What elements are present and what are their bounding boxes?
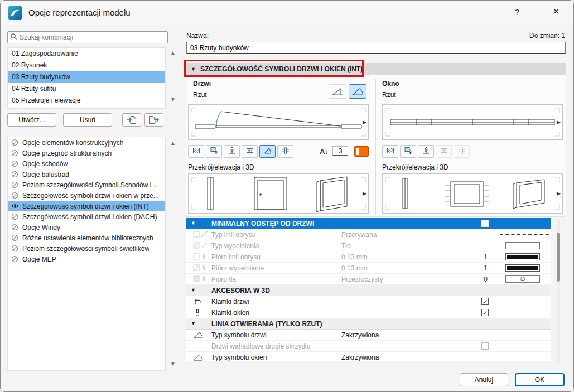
- search-box: [7, 31, 168, 43]
- help-button[interactable]: ?: [511, 7, 523, 20]
- pen-line-icon: [193, 253, 209, 262]
- create-button[interactable]: Utwórz...: [7, 113, 56, 127]
- door-symbol-straight-toggle[interactable]: [329, 84, 346, 99]
- collapse-caret-icon[interactable]: ▼: [191, 287, 196, 293]
- settings-table: ▼MINIMALNY ODSTĘP OD DRZWITyp linii obry…: [186, 218, 551, 361]
- options-item-label: Opcje Windy: [22, 224, 60, 231]
- options-item-label: Opcje balustrad: [22, 171, 69, 178]
- door-fill-pen-button[interactable]: [206, 145, 222, 158]
- section-header-bar[interactable]: ▼ SZCZEGÓŁOWOŚĆ SYMBOLI DRZWI I OKIEN (I…: [186, 63, 566, 75]
- delete-button[interactable]: Usuń: [63, 113, 112, 127]
- table-section-header[interactable]: ▼AKCESORIA W 3D: [186, 285, 551, 296]
- window-fill-pen-button[interactable]: [400, 145, 416, 158]
- window-section3d-label: Przekrój/elewacja i 3D: [382, 163, 448, 171]
- options-item[interactable]: Szczegółowość symboli drzwi i okien w pr…: [8, 190, 165, 201]
- window-plan-drawing: [383, 105, 562, 139]
- opening-arc-icon: [264, 147, 272, 156]
- door-fill-display-button[interactable]: [188, 145, 204, 158]
- import-combination-button[interactable]: [122, 113, 141, 127]
- options-item[interactable]: Szczegółowość symboli drzwi i okien (DAC…: [8, 211, 165, 222]
- combination-item[interactable]: 05 Przekroje i elewacje: [8, 95, 165, 107]
- table-scrollbar-thumb[interactable]: [557, 233, 560, 282]
- pen-set-icon: [422, 147, 430, 156]
- search-icon: [10, 33, 17, 42]
- door-marker-button[interactable]: [242, 145, 258, 158]
- combination-item[interactable]: 02 Rysunek: [8, 60, 165, 71]
- combination-item[interactable]: 03 Rzuty budynków: [8, 71, 165, 83]
- collapse-caret-icon[interactable]: ▼: [191, 66, 196, 72]
- ok-button[interactable]: OK: [515, 373, 565, 386]
- expand-arrow-icon[interactable]: ▶: [363, 119, 366, 125]
- door-elevation-lines-button[interactable]: [277, 145, 293, 158]
- window-elevation-lines-button: [454, 145, 470, 158]
- options-item-label: Poziom szczegółowości Symboli Schodów i …: [22, 181, 159, 189]
- marker-text-size-icon: A↓: [320, 147, 329, 156]
- table-section-header[interactable]: ▼MINIMALNY ODSTĘP OD DRZWI: [186, 218, 551, 229]
- fill-type-icon: [193, 242, 209, 251]
- expand-arrow-icon[interactable]: ▶: [557, 119, 561, 125]
- expand-arrow-icon[interactable]: ▶: [557, 191, 561, 196]
- combination-name-input[interactable]: [186, 42, 566, 54]
- door-opening-symbol-button[interactable]: [259, 145, 276, 158]
- window-fill-display-button[interactable]: [382, 145, 398, 158]
- options-scroll-down-icon[interactable]: ▼: [168, 361, 177, 369]
- table-row: Typ wypełnieniaTło: [186, 240, 551, 251]
- options-item[interactable]: Opcje balustrad: [8, 169, 165, 180]
- door-pen-button[interactable]: [224, 145, 240, 158]
- table-row: Typ symbolu okienZakrzywiona: [186, 352, 551, 361]
- options-item[interactable]: Opcje elementów konstrukcyjnych: [8, 137, 165, 148]
- expand-arrow-icon[interactable]: ▶: [363, 191, 366, 196]
- options-item[interactable]: Opcje Windy: [8, 222, 165, 233]
- table-section-title: LINIA OTWIERANIA (TYLKO RZUT): [211, 320, 322, 328]
- table-row: Drzwi wahadłowe drugie skrzydło: [186, 341, 551, 352]
- options-item[interactable]: Poziom szczegółowości Symboli Schodów i …: [8, 180, 165, 190]
- export-combination-button[interactable]: [144, 113, 163, 127]
- window-plan-preview[interactable]: ▶: [382, 104, 563, 140]
- options-item-label: Opcje schodów: [22, 160, 68, 168]
- options-item[interactable]: Szczegółowość symboli drzwi i okien (INT…: [8, 201, 165, 211]
- search-input[interactable]: [20, 33, 165, 41]
- column-divider: [375, 79, 376, 215]
- options-item[interactable]: Poziom szczegółowości symboli świetlików: [8, 243, 165, 254]
- options-item[interactable]: Opcje MEP: [8, 254, 165, 264]
- prohibit-icon: [11, 234, 19, 241]
- elevation-lines-icon: [458, 147, 466, 156]
- close-button[interactable]: ✕: [548, 6, 564, 20]
- row-value-dropdown[interactable]: Zakrzywiona: [341, 354, 379, 361]
- options-item[interactable]: Różne ustawienia elementów bibliotecznyc…: [8, 233, 165, 243]
- cancel-button[interactable]: Anuluj: [460, 373, 508, 386]
- dialog-title: Opcje reprezentacji modelu: [28, 8, 131, 17]
- row-label: Pióro tła: [211, 275, 236, 283]
- row-value-dropdown[interactable]: Zakrzywiona: [341, 331, 379, 339]
- door-symbol-curved-toggle[interactable]: [349, 84, 366, 99]
- window-title: Okno: [382, 80, 399, 88]
- combinations-scroll-down-icon[interactable]: ▼: [168, 96, 177, 104]
- marker-color-button[interactable]: [354, 146, 369, 157]
- row-checkbox[interactable]: ✓: [481, 309, 489, 316]
- table-scrollbar: [557, 219, 560, 363]
- prohibit-icon: [11, 139, 19, 146]
- row-checkbox[interactable]: ✓: [481, 298, 489, 305]
- table-section-header[interactable]: ▼LINIA OTWIERANIA (TYLKO RZUT): [186, 318, 551, 330]
- options-scroll-up-icon[interactable]: ▲: [168, 140, 177, 148]
- window-marker-button: [436, 145, 452, 158]
- door-plan-drawing: [189, 105, 368, 139]
- door-plan-preview[interactable]: ▶: [188, 104, 369, 140]
- combination-item[interactable]: 01 Zagospodarowanie: [8, 48, 165, 60]
- combination-item[interactable]: 04 Rzuty sufitu: [8, 83, 165, 95]
- options-item[interactable]: Opcje schodów: [8, 158, 165, 169]
- combinations-scroll-up-icon[interactable]: ▲: [168, 50, 177, 57]
- door-elevation-preview[interactable]: ▶: [188, 173, 369, 214]
- door-toolbar-buttons: [188, 145, 293, 158]
- marker-text-size-input[interactable]: [332, 146, 348, 156]
- collapse-caret-icon[interactable]: ▼: [191, 220, 196, 226]
- window-toolbar: [382, 144, 563, 158]
- collapse-caret-icon[interactable]: ▼: [191, 321, 196, 326]
- row-value-dropdown: 0.13 mm: [341, 253, 368, 261]
- section-checkbox[interactable]: [481, 220, 489, 227]
- window-elevation-preview[interactable]: ▶: [382, 173, 563, 214]
- options-item[interactable]: Opcje przegród strukturalnych: [8, 148, 165, 158]
- line-type-icon: [193, 231, 209, 240]
- row-value-dropdown: Tło: [341, 242, 351, 250]
- window-pen-button[interactable]: [418, 145, 434, 158]
